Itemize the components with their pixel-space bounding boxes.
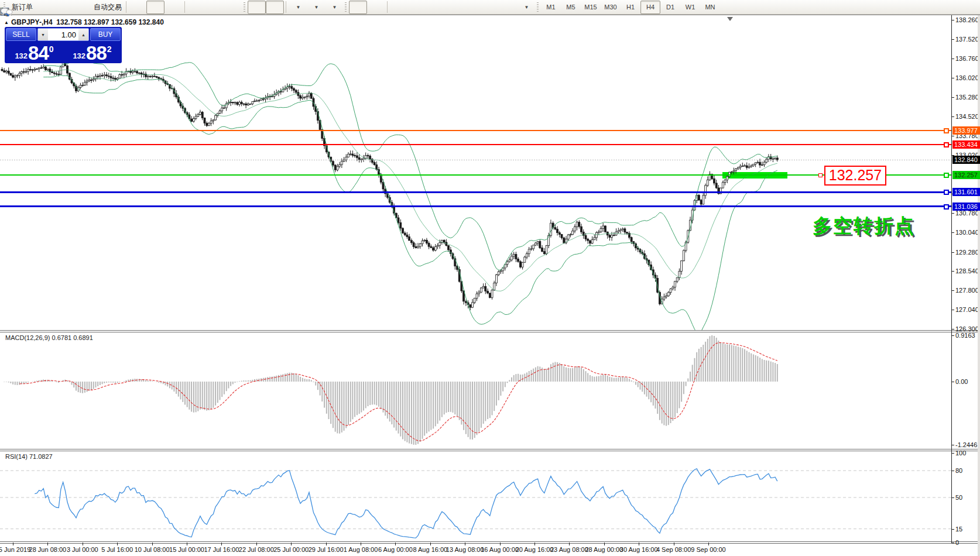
auto-scroll-button[interactable] xyxy=(248,1,266,14)
price-axis-tick xyxy=(951,97,954,98)
time-tick-label: 22 Jul 08:00 xyxy=(239,546,274,553)
dropdown-caret-icon[interactable]: ▼ xyxy=(525,5,529,10)
fibonacci-button[interactable]: E xyxy=(444,1,462,14)
time-axis-tick xyxy=(256,543,257,545)
timeframe-button-d1[interactable]: D1 xyxy=(660,1,680,14)
time-axis-tick xyxy=(221,543,222,545)
trendline-button[interactable] xyxy=(426,1,444,14)
price-axis-tick xyxy=(951,271,954,272)
timeframe-button-m1[interactable]: M1 xyxy=(541,1,561,14)
chart-window: ▲GBPJPY-,H4 132.758 132.897 132.659 132.… xyxy=(0,15,980,556)
new-chart-button[interactable]: ▼ xyxy=(288,1,306,14)
tile-windows-button[interactable] xyxy=(223,1,241,14)
line-anchor-handle[interactable] xyxy=(944,128,949,133)
buy-price[interactable]: 132882 xyxy=(64,42,121,63)
toolbar-grip xyxy=(536,2,540,12)
price-line-tag: 131.036 xyxy=(952,203,980,211)
toolbar-group: ▼▼▼ xyxy=(288,0,342,15)
line-anchor-handle[interactable] xyxy=(944,204,949,210)
rsi-axis-tick xyxy=(951,497,954,498)
time-axis-tick xyxy=(430,543,431,545)
time-axis-tick xyxy=(674,543,674,545)
horizontal-line-object[interactable] xyxy=(0,205,951,207)
rsi-axis-tick xyxy=(951,471,954,471)
arrows-button[interactable]: ▼ xyxy=(516,1,534,14)
chat-button[interactable] xyxy=(956,1,974,14)
candlestick-chart-button[interactable] xyxy=(146,1,165,14)
line-anchor-handle[interactable] xyxy=(944,173,949,178)
rsi-indicator-label: RSI(14) 71.0827 xyxy=(5,453,53,460)
text-button[interactable]: A xyxy=(480,1,498,14)
sell-price[interactable]: 132840 xyxy=(6,42,63,63)
profile-button[interactable] xyxy=(53,1,71,14)
main-macd-separator[interactable] xyxy=(0,330,980,332)
turning-point-text[interactable]: 多空转折点 xyxy=(813,213,915,239)
search-button[interactable] xyxy=(934,1,952,14)
line-anchor-handle[interactable] xyxy=(944,142,949,147)
time-axis-tick xyxy=(569,543,570,545)
time-axis-tick xyxy=(152,543,153,545)
time-tick-label: 5 Jul 16:00 xyxy=(101,546,133,553)
timeframe-button-m15[interactable]: M15 xyxy=(581,1,601,14)
buy-button[interactable]: BUY xyxy=(90,28,121,41)
autotrading-button[interactable]: 自动交易 xyxy=(90,1,124,14)
time-tick-label: 16 Aug 00:00 xyxy=(481,546,519,553)
crosshair-button[interactable] xyxy=(367,1,385,14)
horizontal-line-object[interactable] xyxy=(0,174,951,176)
time-tick-label: 15 Jul 00:00 xyxy=(169,546,204,553)
collapse-arrow-icon[interactable]: ▲ xyxy=(4,20,9,25)
chart-shift-marker[interactable] xyxy=(727,17,733,21)
price-tick-label: 134.520 xyxy=(955,113,979,120)
horizontal-line-object[interactable] xyxy=(0,144,951,145)
window-edge-strip xyxy=(978,15,980,556)
horizontal-line-object[interactable] xyxy=(0,191,951,193)
volume-spinner: ▼ ▲ xyxy=(37,28,89,41)
templates-button[interactable]: ▼ xyxy=(324,1,342,14)
time-tick-label: 3 Jul 00:00 xyxy=(67,546,98,553)
text-label-button[interactable]: T xyxy=(498,1,516,14)
macd-rsi-separator[interactable] xyxy=(0,449,980,451)
timeframe-button-h4[interactable]: H4 xyxy=(640,1,660,14)
periods-button[interactable]: ▼ xyxy=(306,1,324,14)
time-axis-tick xyxy=(83,543,83,545)
price-callout-anchor[interactable] xyxy=(818,173,823,177)
toolbar-grip xyxy=(344,2,348,12)
volume-increase-button[interactable]: ▲ xyxy=(78,29,88,40)
horizontal-line-object[interactable] xyxy=(0,130,951,131)
time-axis-tick xyxy=(395,543,396,545)
dropdown-caret-icon[interactable]: ▼ xyxy=(314,5,319,10)
timeframe-button-m5[interactable]: M5 xyxy=(561,1,581,14)
line-anchor-handle[interactable] xyxy=(944,190,949,195)
market-watch-button[interactable] xyxy=(35,1,53,14)
time-tick-label: 25 Jul 00:00 xyxy=(273,546,309,553)
timeframe-button-w1[interactable]: W1 xyxy=(680,1,700,14)
price-axis-tick xyxy=(951,310,954,310)
buy-price-sup: 2 xyxy=(107,44,112,54)
timeframe-button-h1[interactable]: H1 xyxy=(621,1,640,14)
line-chart-button[interactable] xyxy=(165,1,183,14)
zoom-out-button[interactable] xyxy=(205,1,223,14)
price-callout-box[interactable]: 132.257 xyxy=(824,166,886,186)
horizontal-line-button[interactable] xyxy=(407,1,426,14)
sell-button[interactable]: SELL xyxy=(6,28,36,41)
toolbar-right xyxy=(934,1,979,14)
fibonacci-expansion-button[interactable]: F xyxy=(462,1,480,14)
vertical-line-button[interactable] xyxy=(389,1,407,14)
volume-input[interactable] xyxy=(48,29,78,40)
dropdown-caret-icon[interactable]: ▼ xyxy=(296,5,301,10)
volume-decrease-button[interactable]: ▼ xyxy=(38,29,48,40)
timeframe-button-m30[interactable]: M30 xyxy=(601,1,621,14)
bar-chart-button[interactable] xyxy=(128,1,146,14)
signals-button[interactable] xyxy=(71,1,90,14)
time-tick-label: 10 Jul 08:00 xyxy=(135,546,170,553)
zoom-in-button[interactable] xyxy=(187,1,205,14)
timeframe-button-mn[interactable]: MN xyxy=(700,1,720,14)
time-axis-tick xyxy=(465,543,465,545)
dropdown-caret-icon[interactable]: ▼ xyxy=(333,5,337,10)
time-tick-label: 20 Aug 16:00 xyxy=(516,546,554,553)
cursor-button[interactable] xyxy=(349,1,367,14)
chart-shift-button[interactable] xyxy=(266,1,284,14)
price-line-tag: 131.601 xyxy=(952,188,980,196)
autotrading-button-label: 自动交易 xyxy=(94,2,122,12)
price-line-tag: 133.977 xyxy=(952,126,980,135)
